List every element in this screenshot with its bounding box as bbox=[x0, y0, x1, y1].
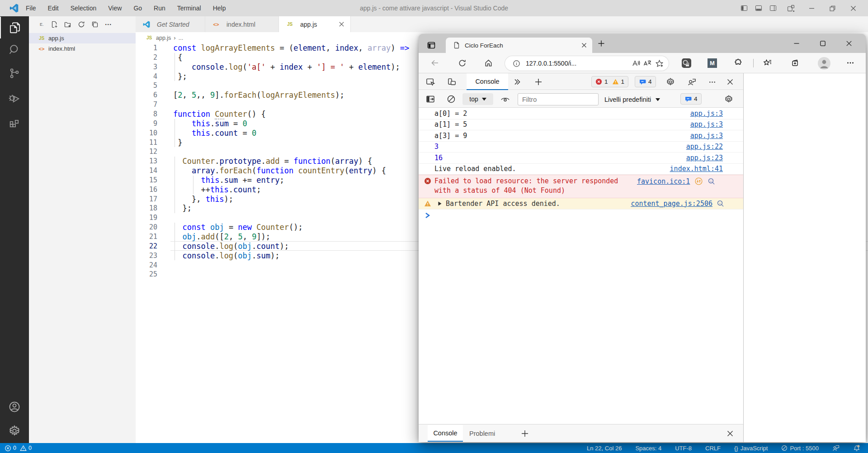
more-actions-icon[interactable]: ⋯ bbox=[102, 19, 115, 30]
close-window-button[interactable] bbox=[843, 0, 863, 16]
live-server-port[interactable]: Port : 5500 bbox=[781, 445, 819, 452]
read-aloud-icon[interactable] bbox=[630, 57, 642, 69]
drawer-close-icon[interactable] bbox=[724, 428, 736, 439]
toggle-panel-icon[interactable] bbox=[751, 0, 766, 16]
console-sidebar-icon[interactable] bbox=[425, 93, 436, 105]
editor-tab-app.js[interactable]: JSapp.js bbox=[279, 16, 351, 32]
devtools-menu-dots-icon[interactable] bbox=[706, 76, 718, 88]
add-devtools-tab-icon[interactable] bbox=[533, 76, 544, 88]
toggle-secondary-sidebar-icon[interactable] bbox=[766, 0, 780, 16]
source-link[interactable]: app.js:3 bbox=[690, 120, 723, 129]
translate-icon[interactable] bbox=[642, 57, 653, 69]
source-link[interactable]: app.js:23 bbox=[686, 154, 723, 162]
browser-maximize-button[interactable] bbox=[810, 34, 836, 53]
language-mode[interactable]: {}JavaScript bbox=[734, 445, 768, 452]
source-link[interactable]: app.js:3 bbox=[690, 110, 723, 118]
browser-close-button[interactable] bbox=[836, 34, 862, 53]
inspect-element-icon[interactable] bbox=[425, 76, 436, 88]
favorites-bar-icon[interactable] bbox=[761, 56, 774, 70]
refresh-page-icon[interactable] bbox=[455, 56, 469, 70]
site-info-icon[interactable] bbox=[510, 57, 522, 69]
console-prompt[interactable] bbox=[419, 210, 743, 219]
issues-counter[interactable]: 1 1 bbox=[591, 76, 628, 87]
indentation[interactable]: Spaces: 4 bbox=[635, 445, 661, 452]
tab-close-icon[interactable] bbox=[337, 20, 346, 29]
menu-edit[interactable]: Edit bbox=[42, 0, 65, 16]
encoding[interactable]: UTF-8 bbox=[675, 445, 692, 452]
live-expression-eye-icon[interactable] bbox=[499, 93, 511, 105]
extensions-puzzle-icon[interactable] bbox=[731, 56, 745, 70]
menu-view[interactable]: View bbox=[102, 0, 127, 16]
console-row-log[interactable]: a[1] = 5app.js:3 bbox=[419, 119, 743, 131]
sidebar-item-extensions[interactable] bbox=[0, 111, 29, 133]
sidebar-item-search[interactable] bbox=[0, 39, 29, 61]
file-item-index.html[interactable]: <>index.html bbox=[29, 43, 136, 54]
editor-tab-index.html[interactable]: <>index.html bbox=[205, 16, 279, 32]
breadcrumb-symbol[interactable]: ... bbox=[179, 35, 183, 41]
search-web-icon[interactable] bbox=[708, 177, 715, 185]
feedback-icon[interactable] bbox=[832, 444, 840, 452]
clear-console-icon[interactable] bbox=[445, 93, 457, 105]
tab-actions-icon[interactable] bbox=[427, 41, 436, 50]
console-row-warn[interactable]: Bartender API access denied.content_page… bbox=[419, 198, 743, 210]
cursor-position[interactable]: Ln 22, Col 26 bbox=[587, 445, 622, 452]
menu-run[interactable]: Run bbox=[148, 0, 171, 16]
extension-icon-1[interactable] bbox=[682, 58, 691, 68]
menu-selection[interactable]: Selection bbox=[65, 0, 103, 16]
toggle-sidebar-icon[interactable] bbox=[737, 0, 751, 16]
accounts-icon[interactable] bbox=[0, 396, 29, 418]
menu-go[interactable]: Go bbox=[127, 0, 148, 16]
address-bar[interactable]: 127.0.0.1:5500/i... bbox=[505, 56, 669, 71]
more-tabs-icon[interactable] bbox=[511, 76, 523, 88]
source-link[interactable]: favicon.ico:1 bbox=[637, 177, 690, 186]
source-link[interactable]: index.html:41 bbox=[670, 165, 723, 173]
console-row-log[interactable]: a[0] = 2app.js:3 bbox=[419, 108, 743, 119]
drawer-tab-console[interactable]: Console bbox=[428, 425, 463, 442]
menu-help[interactable]: Help bbox=[207, 0, 232, 16]
problems-indicator[interactable]: 0 0 bbox=[5, 445, 32, 452]
extension-icon-2[interactable]: M bbox=[708, 58, 717, 68]
console-filter-input[interactable]: Filtro bbox=[518, 93, 599, 105]
messages-counter-toolbar[interactable]: 4 bbox=[680, 93, 702, 105]
browser-tab[interactable]: Ciclo ForEach bbox=[446, 38, 592, 53]
drawer-tab-problems[interactable]: Problemi bbox=[469, 424, 495, 442]
url-text[interactable]: 127.0.0.1:5500/i... bbox=[526, 60, 625, 67]
console-row-num[interactable]: 3app.js:22 bbox=[419, 142, 743, 153]
console-row-log[interactable]: a[3] = 9app.js:3 bbox=[419, 130, 743, 142]
search-web-icon[interactable] bbox=[717, 200, 724, 207]
sidebar-item-source-control[interactable] bbox=[0, 62, 29, 84]
browser-menu-dots-icon[interactable] bbox=[844, 56, 857, 70]
devtools-settings-gear-icon[interactable] bbox=[665, 76, 676, 88]
home-icon[interactable] bbox=[481, 56, 495, 70]
source-link[interactable]: app.js:3 bbox=[690, 132, 723, 140]
console-row-error[interactable]: Failed to load resource: the server resp… bbox=[419, 175, 743, 198]
settings-gear-icon[interactable] bbox=[0, 420, 29, 442]
menu-terminal[interactable]: Terminal bbox=[171, 0, 207, 16]
profile-avatar[interactable] bbox=[818, 57, 830, 70]
issues-people-icon[interactable] bbox=[686, 76, 698, 88]
source-link[interactable]: app.js:22 bbox=[686, 143, 723, 151]
messages-counter[interactable]: 4 bbox=[635, 76, 656, 87]
menu-file[interactable]: File bbox=[20, 0, 42, 16]
customize-layout-icon[interactable] bbox=[780, 0, 801, 16]
context-selector[interactable]: top bbox=[462, 93, 493, 105]
restore-button[interactable] bbox=[822, 0, 843, 16]
webpage-content-area[interactable] bbox=[744, 73, 866, 442]
eol-sequence[interactable]: CRLF bbox=[705, 445, 721, 452]
collections-icon[interactable] bbox=[788, 56, 802, 70]
source-link[interactable]: content_page.js:2506 bbox=[631, 200, 712, 208]
console-settings-gear-icon[interactable] bbox=[723, 93, 735, 105]
editor-tab-get-started[interactable]: Get Started bbox=[136, 16, 205, 32]
browser-minimize-button[interactable] bbox=[783, 34, 810, 53]
console-row-num[interactable]: 16app.js:23 bbox=[419, 153, 743, 164]
refresh-icon[interactable] bbox=[75, 19, 88, 30]
devtools-tab-console[interactable]: Console bbox=[467, 73, 508, 90]
new-file-icon[interactable] bbox=[47, 19, 61, 30]
collapse-folders-icon[interactable] bbox=[88, 19, 102, 30]
sidebar-item-run-debug[interactable] bbox=[0, 87, 29, 109]
minimize-button[interactable] bbox=[801, 0, 822, 16]
console-row-log[interactable]: Live reload enabled.index.html:41 bbox=[419, 164, 743, 175]
new-tab-icon[interactable] bbox=[598, 40, 605, 47]
log-levels-selector[interactable]: Livelli predefiniti bbox=[604, 93, 660, 105]
favorites-star-icon[interactable] bbox=[653, 57, 665, 69]
